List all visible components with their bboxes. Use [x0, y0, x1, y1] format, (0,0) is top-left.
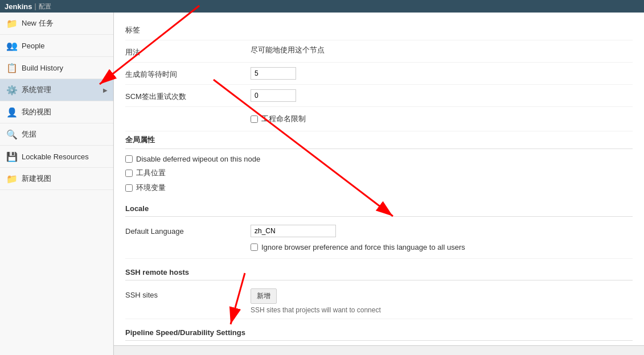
ssh-sites-value: 新增 SSH sites that projects will want to … — [251, 288, 633, 314]
label-row: 标签 — [125, 18, 633, 40]
disable-deferred-row: Disable deferred wipeout on this node — [125, 152, 633, 166]
env-vars-label: 环境变量 — [136, 183, 166, 193]
project-name-checkbox-wrap: 工程命名限制 — [251, 112, 633, 126]
default-language-label: Default Language — [125, 225, 251, 236]
tool-location-row: 工具位置 — [125, 166, 633, 180]
sidebar-item-people-label: People — [22, 42, 44, 50]
default-language-input[interactable] — [251, 225, 336, 237]
sidebar-item-lockable-resources[interactable]: 💾 Lockable Resources — [0, 146, 113, 168]
sidebar-item-build-history-label: Build History — [22, 64, 63, 72]
project-name-limit-label: 工程命名限制 — [261, 114, 306, 124]
wait-time-input[interactable] — [251, 67, 296, 80]
sidebar-item-my-view-label: 我的视图 — [22, 107, 51, 117]
default-language-row: Default Language Ignore browser preferen… — [125, 220, 633, 259]
wait-time-row: 生成前等待时间 — [125, 63, 633, 85]
ignore-browser-label: Ignore browser preference and force this… — [261, 243, 465, 251]
top-bar-separator: | — [34, 2, 36, 10]
usage-field-value: 尽可能地使用这个节点 — [251, 45, 633, 55]
people-icon: 👥 — [6, 39, 18, 52]
project-name-limit-checkbox[interactable] — [251, 115, 258, 123]
sidebar-item-new-task[interactable]: 📁 New 任务 — [0, 13, 113, 35]
wait-time-value — [251, 67, 633, 80]
scm-retry-value — [251, 89, 633, 102]
sidebar-item-build-history[interactable]: 📋 Build History — [0, 57, 113, 79]
disable-deferred-label: Disable deferred wipeout on this node — [136, 155, 260, 163]
sidebar: 📁 New 任务 👥 People 📋 Build History ⚙️ 系统管… — [0, 13, 114, 355]
sidebar-item-new-task-label: New 任务 — [22, 18, 54, 28]
sidebar-item-credentials-label: 凭据 — [22, 129, 36, 139]
ssh-sites-help: SSH sites that projects will want to con… — [251, 306, 633, 314]
disable-deferred-checkbox[interactable] — [125, 155, 133, 163]
jenkins-logo[interactable]: Jenkins — [5, 2, 32, 11]
pipeline-header: Pipeline Speed/Durability Settings — [125, 325, 633, 341]
scm-retry-row: SCM签出重试次数 — [125, 85, 633, 107]
ignore-browser-wrap: Ignore browser preference and force this… — [251, 241, 633, 254]
sidebar-item-new-view-label: 新建视图 — [22, 174, 51, 184]
content-area: 标签 用法 尽可能地使用这个节点 生成前等待时间 SCM签出重试次数 — [114, 13, 644, 355]
ssh-add-button[interactable]: 新增 — [251, 288, 277, 304]
project-name-row: 工程命名限制 — [125, 107, 633, 131]
label-field-label: 标签 — [125, 23, 251, 35]
global-props-header: 全局属性 — [125, 131, 633, 149]
sidebar-item-people[interactable]: 👥 People — [0, 35, 113, 57]
ignore-browser-row: Ignore browser preference and force this… — [251, 241, 633, 254]
sidebar-item-credentials[interactable]: 🔍 凭据 — [0, 123, 113, 146]
usage-field-label: 用法 — [125, 45, 251, 57]
tool-location-label: 工具位置 — [136, 168, 166, 178]
my-view-icon: 👤 — [6, 106, 18, 118]
new-task-icon: 📁 — [6, 17, 18, 30]
new-view-icon: 📁 — [6, 172, 18, 185]
ssh-remote-header: SSH remote hosts — [125, 265, 633, 280]
system-manage-icon: ⚙️ — [6, 84, 18, 96]
credentials-icon: 🔍 — [6, 128, 18, 141]
sidebar-item-system-manage-label: 系统管理 — [22, 85, 51, 95]
env-vars-checkbox[interactable] — [125, 184, 133, 192]
default-language-value: Ignore browser preference and force this… — [251, 225, 633, 254]
scm-retry-label: SCM签出重试次数 — [125, 89, 251, 102]
project-name-limit-checkbox-row: 工程命名限制 — [251, 112, 633, 126]
sidebar-item-new-view[interactable]: 📁 新建视图 — [0, 168, 113, 190]
sidebar-item-lockable-resources-label: Lockable Resources — [22, 152, 89, 161]
system-manage-arrow: ▶ — [103, 87, 108, 93]
locale-header: Locale — [125, 201, 633, 217]
ssh-sites-row: SSH sites 新增 SSH sites that projects wil… — [125, 284, 633, 319]
top-bar-config: 配置 — [39, 2, 51, 11]
sidebar-item-system-manage[interactable]: ⚙️ 系统管理 ▶ ⚙️ 系统设置 🔒 全局安全配置 — [0, 79, 113, 101]
sidebar-item-my-view[interactable]: 👤 我的视图 — [0, 101, 113, 123]
project-name-label — [125, 112, 251, 114]
top-bar: Jenkins | 配置 — [0, 0, 644, 13]
scm-retry-input[interactable] — [251, 89, 296, 102]
build-history-icon: 📋 — [6, 61, 18, 74]
ssh-sites-label: SSH sites — [125, 288, 251, 299]
wait-time-label: 生成前等待时间 — [125, 67, 251, 80]
ignore-browser-checkbox[interactable] — [251, 243, 258, 251]
usage-row: 用法 尽可能地使用这个节点 — [125, 40, 633, 63]
env-vars-row: 环境变量 — [125, 180, 633, 195]
tool-location-checkbox[interactable] — [125, 170, 133, 177]
lockable-resources-icon: 💾 — [6, 150, 18, 163]
